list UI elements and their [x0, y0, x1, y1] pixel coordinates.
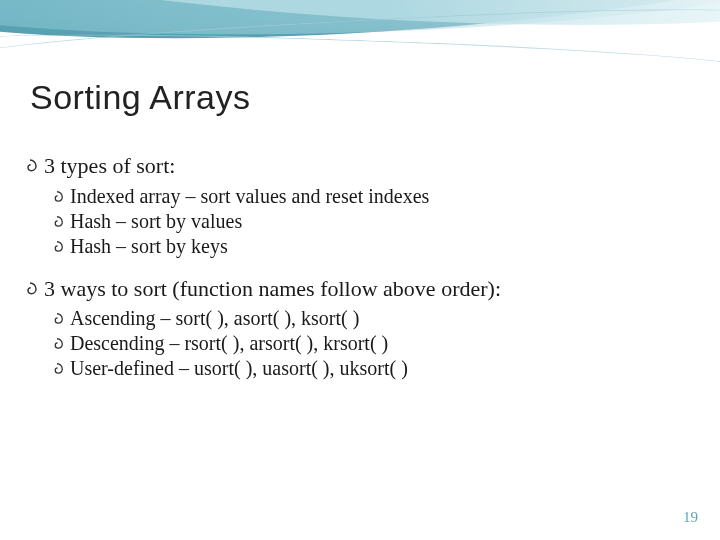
- bullet-text: User-defined – usort( ), uasort( ), ukso…: [70, 356, 408, 381]
- swirl-icon: [50, 312, 64, 326]
- swirl-icon: [50, 337, 64, 351]
- list-item: Hash – sort by values: [50, 209, 682, 234]
- list-item: User-defined – usort( ), uasort( ), ukso…: [50, 356, 682, 381]
- swirl-icon: [50, 362, 64, 376]
- bullet-text: Descending – rsort( ), arsort( ), krsort…: [70, 331, 388, 356]
- list-item: Hash – sort by keys: [50, 234, 682, 259]
- list-item: Indexed array – sort values and reset in…: [50, 184, 682, 209]
- bullet-text: 3 types of sort:: [44, 152, 175, 180]
- header-decoration: [0, 0, 720, 80]
- list-item: 3 ways to sort (function names follow ab…: [22, 275, 682, 303]
- list-item: Descending – rsort( ), arsort( ), krsort…: [50, 331, 682, 356]
- swirl-icon: [50, 215, 64, 229]
- slide-body: 3 types of sort: Indexed array – sort va…: [22, 150, 682, 381]
- slide: Sorting Arrays 3 types of sort: Indexed …: [0, 0, 720, 540]
- swirl-icon: [50, 240, 64, 254]
- swirl-icon: [50, 190, 64, 204]
- bullet-text: Hash – sort by values: [70, 209, 242, 234]
- bullet-text: Indexed array – sort values and reset in…: [70, 184, 429, 209]
- bullet-text: 3 ways to sort (function names follow ab…: [44, 275, 501, 303]
- slide-number: 19: [683, 509, 698, 526]
- swirl-icon: [22, 158, 38, 174]
- slide-title: Sorting Arrays: [30, 78, 251, 117]
- bullet-text: Ascending – sort( ), asort( ), ksort( ): [70, 306, 359, 331]
- list-item: Ascending – sort( ), asort( ), ksort( ): [50, 306, 682, 331]
- swirl-icon: [22, 281, 38, 297]
- list-item: 3 types of sort:: [22, 152, 682, 180]
- bullet-text: Hash – sort by keys: [70, 234, 228, 259]
